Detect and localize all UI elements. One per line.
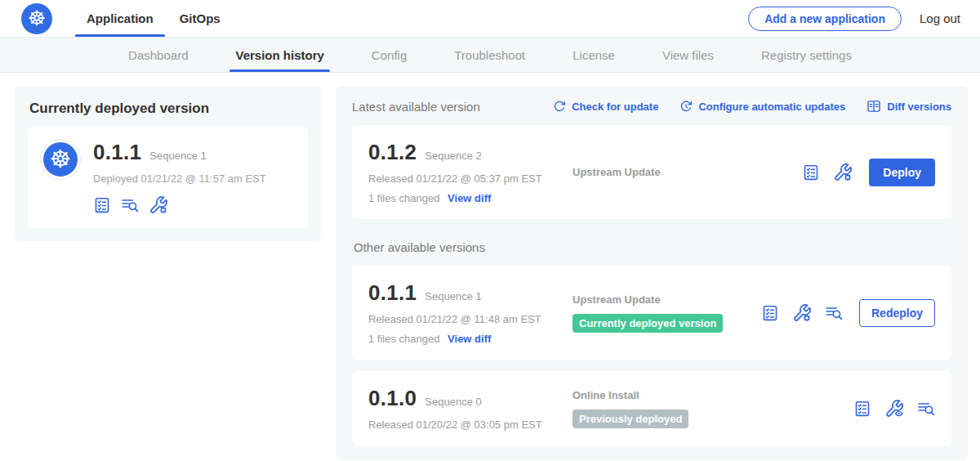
subnav-version-history[interactable]: Version history	[212, 38, 347, 72]
view-files-button[interactable]	[825, 304, 843, 322]
currently-deployed-badge: Currently deployed version	[572, 314, 723, 333]
check-for-update-link[interactable]: Check for update	[553, 100, 658, 113]
preflight-checks-button[interactable]	[93, 196, 111, 214]
sequence-label: Sequence 1	[425, 290, 481, 302]
view-files-button[interactable]	[917, 400, 935, 418]
released-date: Released 01/20/22 @ 03:05 pm EST	[368, 418, 572, 431]
subnav-view-files[interactable]: View files	[639, 38, 737, 72]
latest-available-title: Latest available version	[352, 100, 480, 114]
version-card-actions: Deploy	[802, 159, 935, 186]
auto-update-clock-icon	[679, 100, 693, 113]
files-changed-label: 1 files changed	[368, 333, 439, 345]
currently-deployed-title: Currently deployed version	[29, 101, 308, 117]
main-content: Currently deployed version ☸ 0.1.1 Seque…	[0, 73, 980, 460]
version-source: Upstream Update	[572, 166, 802, 178]
subnav-license[interactable]: License	[549, 38, 639, 72]
files-changed-label: 1 files changed	[368, 192, 439, 204]
view-config-button[interactable]	[884, 399, 904, 418]
other-versions-title: Other available versions	[354, 240, 951, 254]
top-bar: ☸ Application GitOps Add a new applicati…	[0, 0, 980, 38]
version-card-actions: Redeploy	[761, 299, 935, 327]
checklist-icon	[853, 400, 871, 418]
view-diff-link[interactable]: View diff	[448, 333, 491, 345]
app-logo: ☸	[41, 140, 80, 179]
preflight-checks-button[interactable]	[761, 304, 779, 322]
wrench-gear-icon	[792, 303, 812, 323]
preflight-checks-button[interactable]	[853, 400, 871, 418]
deploy-button[interactable]: Deploy	[869, 159, 935, 186]
text-search-icon	[825, 304, 843, 322]
configure-automatic-updates-link[interactable]: Configure automatic updates	[679, 100, 845, 113]
view-files-button[interactable]	[121, 196, 139, 214]
version-source-block: Upstream Update	[572, 166, 802, 178]
view-diff-link[interactable]: View diff	[448, 192, 491, 204]
version-card-actions	[853, 399, 935, 418]
diff-versions-link[interactable]: Diff versions	[866, 99, 951, 114]
released-date: Released 01/21/22 @ 11:48 am EST	[368, 313, 572, 325]
tab-application-label: Application	[87, 11, 154, 25]
version-source-block: Online Install Previously deployed	[572, 389, 853, 428]
admin-console: ☸ Application GitOps Add a new applicati…	[0, 0, 980, 460]
add-application-button[interactable]: Add a new application	[748, 7, 902, 31]
sequence-label: Sequence 0	[425, 396, 481, 408]
redeploy-button[interactable]: Redeploy	[859, 299, 935, 327]
app-subnav: Dashboard Version history Config Trouble…	[0, 38, 980, 73]
previously-deployed-badge: Previously deployed	[572, 410, 688, 428]
preflight-checks-button[interactable]	[802, 163, 820, 181]
version-source-block: Upstream Update Currently deployed versi…	[572, 293, 761, 333]
version-card-0-1-1: 0.1.1 Sequence 1 Released 01/21/22 @ 11:…	[352, 266, 951, 360]
helm-wheel-icon: ☸	[50, 147, 72, 172]
deployed-version-card: ☸ 0.1.1 Sequence 1 Deployed 01/21/22 @ 1…	[28, 127, 308, 228]
version-label: 0.1.0	[368, 386, 416, 411]
version-info: 0.1.0 Sequence 0 Released 01/20/22 @ 03:…	[368, 386, 572, 431]
deployed-sequence-label: Sequence 1	[149, 150, 206, 162]
text-search-icon	[917, 400, 935, 418]
released-date: Released 01/21/22 @ 05:37 pm EST	[368, 172, 572, 185]
wrench-gear-icon	[833, 163, 853, 182]
edit-config-button[interactable]	[149, 195, 168, 215]
app-tabs: Application GitOps	[74, 0, 234, 37]
helm-wheel-icon: ☸	[28, 8, 46, 29]
configure-automatic-updates-label: Configure automatic updates	[698, 101, 845, 113]
wrench-gear-icon	[149, 195, 168, 215]
version-card-0-1-0: 0.1.0 Sequence 0 Released 01/20/22 @ 03:…	[352, 371, 951, 445]
versions-panel-header: Latest available version Check for updat…	[352, 99, 951, 114]
diff-versions-label: Diff versions	[887, 101, 951, 113]
edit-config-button[interactable]	[833, 163, 853, 182]
subnav-config[interactable]: Config	[348, 38, 430, 72]
kubernetes-logo: ☸	[21, 3, 52, 34]
check-for-update-label: Check for update	[572, 101, 658, 113]
version-actions: Check for update Configure automatic upd…	[553, 99, 951, 114]
subnav-registry-settings[interactable]: Registry settings	[737, 38, 875, 72]
version-card-latest: 0.1.2 Sequence 2 Released 01/21/22 @ 05:…	[352, 125, 951, 219]
sequence-label: Sequence 2	[425, 150, 481, 162]
deployed-version-info: 0.1.1 Sequence 1 Deployed 01/21/22 @ 11:…	[93, 140, 266, 215]
subnav-dashboard[interactable]: Dashboard	[105, 38, 212, 72]
version-source: Upstream Update	[572, 293, 761, 306]
version-label: 0.1.1	[368, 280, 416, 306]
version-source: Online Install	[572, 389, 853, 401]
top-bar-right: Add a new application Log out	[748, 0, 960, 37]
version-info: 0.1.2 Sequence 2 Released 01/21/22 @ 05:…	[368, 140, 572, 204]
checklist-icon	[93, 196, 111, 214]
checklist-icon	[761, 304, 779, 322]
currently-deployed-panel: Currently deployed version ☸ 0.1.1 Seque…	[15, 86, 321, 241]
edit-config-button[interactable]	[792, 303, 812, 323]
diff-columns-icon	[866, 99, 881, 114]
refresh-icon	[553, 100, 566, 113]
tab-gitops-label: GitOps	[180, 11, 220, 25]
tab-gitops[interactable]: GitOps	[167, 0, 234, 37]
deployed-date: Deployed 01/21/22 @ 11:57 am EST	[93, 172, 266, 185]
version-info: 0.1.1 Sequence 1 Released 01/21/22 @ 11:…	[368, 280, 572, 345]
tab-application[interactable]: Application	[74, 0, 167, 37]
version-history-panel: Latest available version Check for updat…	[336, 86, 968, 460]
logout-link[interactable]: Log out	[920, 11, 960, 25]
version-label: 0.1.2	[368, 140, 416, 165]
deployed-version-label: 0.1.1	[93, 140, 141, 165]
checklist-icon	[802, 163, 820, 181]
text-search-icon	[121, 196, 139, 214]
subnav-troubleshoot[interactable]: Troubleshoot	[430, 38, 549, 72]
wrench-eye-icon	[884, 399, 904, 418]
